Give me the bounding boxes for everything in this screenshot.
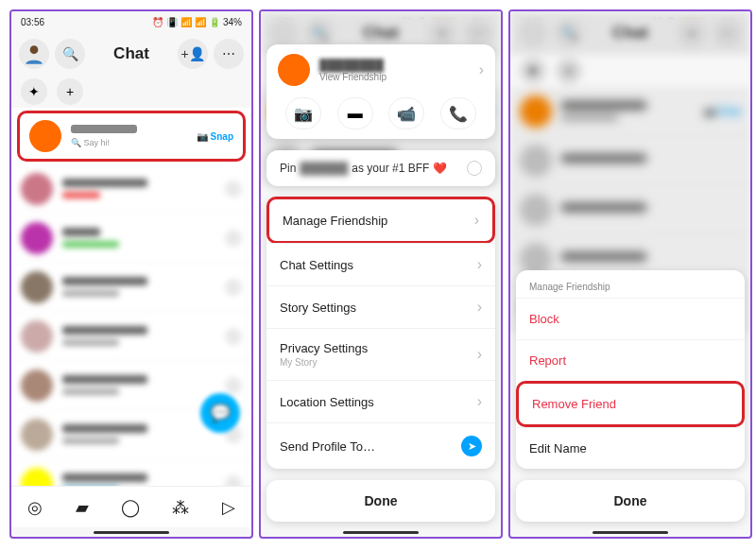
battery-icon: 🔋	[209, 17, 220, 27]
screen-2-friend-menu: 03:56 ⏰📳📶📶🔋34% 🔍Chat+⋯ ✦+ 📷 Snap ███████…	[259, 9, 503, 539]
remove-friend-item[interactable]: Remove Friend	[516, 381, 745, 427]
screen-3-manage-friendship: 03:56 ⏰📳📶📶🔋34% 🔍Chat+⋯ ✦+ 📷 Snap Manage …	[508, 9, 752, 539]
chevron-right-icon: ›	[477, 346, 482, 363]
nav-camera[interactable]: ◯	[121, 497, 140, 518]
pin-name-blur: ██████	[300, 162, 348, 175]
status-bar: 03:56 ⏰ 📳 📶 📶 🔋 34%	[11, 11, 251, 32]
call-action[interactable]: 📞	[440, 97, 476, 129]
search-button[interactable]: 🔍	[55, 39, 85, 69]
friend-avatar	[29, 120, 61, 152]
action-sheet: ████████ View Friendship › 📷 ▬ 📹 📞 Pin █…	[261, 11, 501, 537]
vibrate-icon: 📳	[166, 17, 178, 27]
battery-pct: 34%	[223, 17, 242, 27]
story-settings-item[interactable]: Story Settings ›	[266, 285, 495, 328]
friend-avatar	[278, 54, 310, 86]
camera-icon: 📷	[197, 131, 208, 142]
signal-icon: 📶	[180, 17, 192, 27]
edit-name-item[interactable]: Edit Name	[516, 427, 745, 469]
people-icon: ⁂	[172, 498, 189, 517]
chevron-right-icon: ›	[479, 61, 484, 78]
chat-action[interactable]: ▬	[337, 97, 373, 129]
chat-title: Chat	[91, 44, 172, 63]
video-action[interactable]: 📹	[388, 97, 424, 129]
send-profile-item[interactable]: Send Profile To… ➤	[266, 422, 495, 469]
recents-button[interactable]: ✦	[21, 78, 47, 105]
chat-row[interactable]	[11, 459, 251, 486]
add-friend-icon: +👤	[180, 46, 204, 61]
manage-friendship-sheet: Manage Friendship Block Report Remove Fr…	[510, 11, 750, 537]
more-icon: ⋯	[222, 46, 235, 61]
chevron-right-icon: ›	[477, 256, 482, 273]
status-right: ⏰ 📳 📶 📶 🔋 34%	[152, 17, 242, 27]
screen-1-chat-list: 03:56 ⏰ 📳 📶 📶 🔋 34% 🔍 Chat +👤 ⋯ ✦ +	[9, 9, 253, 539]
new-chat-fab[interactable]: 💬	[200, 393, 240, 433]
chat-nav-icon: ▰	[76, 498, 89, 517]
pin-prefix: Pin	[280, 162, 296, 175]
chat-list[interactable]: 🔍 Say hi! 📷 Snap 💬	[11, 108, 251, 486]
chevron-right-icon: ›	[474, 212, 479, 229]
chat-row[interactable]	[11, 312, 251, 361]
chat-header: 🔍 Chat +👤 ⋯	[11, 32, 251, 76]
search-icon: 🔍	[62, 46, 78, 61]
location-icon: ◎	[27, 498, 43, 517]
new-chat-button[interactable]: +	[57, 78, 83, 105]
snap-camera-badge[interactable]: 📷 Snap	[197, 131, 233, 142]
privacy-settings-item[interactable]: Privacy SettingsMy Story ›	[266, 328, 495, 380]
bottom-nav: ◎ ▰ ◯ ⁂ ▷	[11, 486, 251, 527]
block-item[interactable]: Block	[516, 298, 745, 339]
friend-name-blur: ████████	[319, 59, 470, 72]
chat-row[interactable]	[11, 263, 251, 312]
profile-avatar-button[interactable]	[19, 39, 49, 69]
svg-point-0	[30, 45, 39, 54]
home-bar	[11, 527, 251, 537]
nav-map[interactable]: ◎	[27, 497, 43, 518]
alarm-icon: ⏰	[152, 17, 163, 27]
chevron-right-icon: ›	[477, 393, 482, 410]
snap-action[interactable]: 📷	[285, 97, 321, 129]
chevron-right-icon: ›	[477, 299, 482, 316]
send-arrow-icon: ➤	[461, 436, 482, 456]
done-button[interactable]: Done	[266, 480, 495, 522]
nav-stories[interactable]: ⁂	[172, 497, 189, 518]
play-icon: ▷	[222, 498, 235, 517]
signal-icon-2: 📶	[195, 17, 206, 27]
add-friend-button[interactable]: +👤	[178, 39, 208, 69]
more-button[interactable]: ⋯	[214, 39, 244, 69]
chat-icon: 💬	[210, 403, 231, 423]
settings-menu-card: Manage Friendship › Chat Settings › Stor…	[266, 198, 495, 469]
camera-nav-icon: ◯	[121, 498, 140, 517]
manage-friendship-card: Manage Friendship Block Report Remove Fr…	[516, 270, 745, 469]
view-friendship-row[interactable]: ████████ View Friendship ›	[278, 54, 484, 86]
chat-row[interactable]	[11, 214, 251, 263]
home-bar	[510, 527, 750, 537]
radio-unchecked-icon[interactable]	[467, 161, 482, 176]
three-screenshots: 03:56 ⏰ 📳 📶 📶 🔋 34% 🔍 Chat +👤 ⋯ ✦ +	[9, 9, 756, 539]
video-icon: 📹	[397, 105, 416, 123]
manage-friendship-header: Manage Friendship	[516, 270, 745, 298]
nav-chat[interactable]: ▰	[76, 497, 89, 518]
pin-bff-card[interactable]: Pin ██████ as your #1 BFF ❤️	[266, 150, 495, 186]
manage-friendship-item[interactable]: Manage Friendship ›	[266, 197, 495, 244]
profile-card: ████████ View Friendship › 📷 ▬ 📹 📞	[266, 44, 495, 139]
location-settings-item[interactable]: Location Settings ›	[266, 380, 495, 422]
say-hi-hint: 🔍 Say hi!	[71, 138, 187, 147]
phone-icon: 📞	[449, 105, 468, 123]
chat-settings-item[interactable]: Chat Settings ›	[266, 243, 495, 285]
camera-icon: 📷	[294, 105, 313, 123]
pin-suffix: as your #1 BFF ❤️	[352, 162, 446, 175]
chat-bubble-icon: ▬	[348, 105, 363, 122]
done-button[interactable]: Done	[516, 480, 745, 522]
chat-row-highlighted[interactable]: 🔍 Say hi! 📷 Snap	[17, 111, 246, 162]
nav-spotlight[interactable]: ▷	[222, 497, 235, 518]
quick-actions: 📷 ▬ 📹 📞	[278, 97, 484, 129]
sub-header: ✦ +	[11, 76, 251, 108]
status-time: 03:56	[21, 17, 44, 27]
chat-row[interactable]	[11, 164, 251, 214]
friend-name-blur	[71, 125, 137, 133]
sparkle-icon: ✦	[28, 84, 40, 99]
view-friendship-label: View Friendship	[319, 72, 470, 82]
plus-icon: +	[66, 84, 74, 99]
report-item[interactable]: Report	[516, 339, 745, 381]
home-bar	[261, 527, 501, 537]
